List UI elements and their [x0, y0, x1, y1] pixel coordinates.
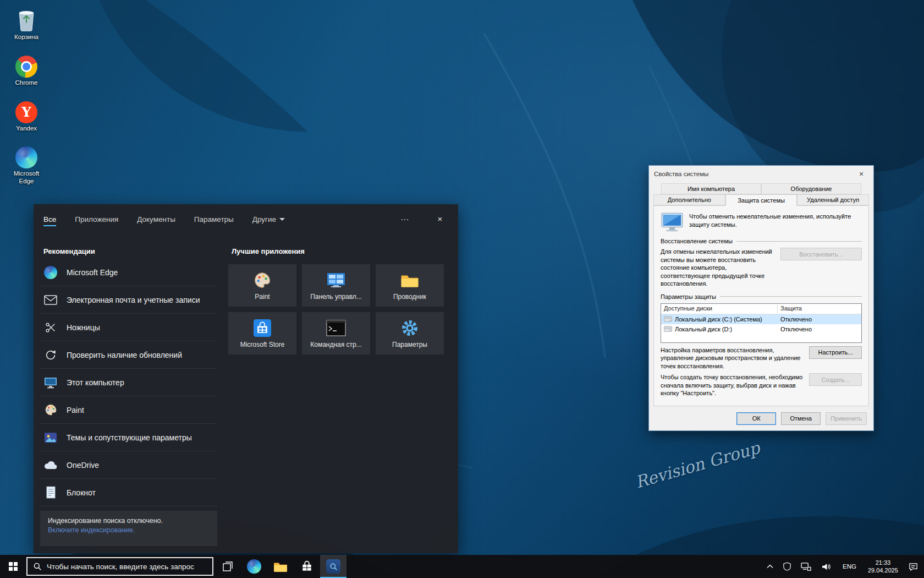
- create-restore-point-button[interactable]: Создать...: [809, 373, 862, 386]
- dialog-footer: ОК Отмена Применить: [649, 406, 873, 430]
- taskbar-clock[interactable]: 21:33 29.04.2025: [864, 559, 903, 575]
- defender-tray-button[interactable]: [779, 555, 795, 578]
- recommendation-label: Темы и сопутствующие параметры: [67, 433, 192, 442]
- section-title: Лучшие приложения: [228, 247, 449, 255]
- tab-system-protection[interactable]: Защита системы: [725, 194, 798, 206]
- taskbar-search-box[interactable]: [26, 557, 213, 576]
- task-view-icon: [223, 561, 233, 571]
- tile-label: Microsoft Store: [240, 341, 285, 348]
- tray-chevron-up-button[interactable]: [763, 555, 777, 578]
- desktop-icon-microsoft-edge[interactable]: Microsoft Edge: [3, 146, 50, 186]
- scissors-icon: [43, 321, 58, 334]
- configure-description: Настройка параметров восстановления, упр…: [661, 346, 809, 370]
- search-icon: [33, 562, 42, 571]
- control-panel-icon: [326, 271, 346, 290]
- cancel-button[interactable]: Отмена: [781, 412, 821, 425]
- windows-logo-icon: [9, 562, 18, 571]
- column-available-disks[interactable]: Доступные диски: [661, 304, 778, 314]
- intro-text: Чтобы отменить нежелательные изменения, …: [689, 211, 854, 229]
- enable-indexing-link[interactable]: Включите индексирование.: [48, 526, 135, 534]
- restore-button[interactable]: Восстановить...: [780, 248, 862, 260]
- search-app-icon: [326, 559, 340, 574]
- dialog-titlebar[interactable]: Свойства системы ×: [649, 166, 873, 182]
- recycle-bin-icon: [15, 8, 37, 32]
- taskbar-edge-button[interactable]: [241, 555, 267, 578]
- desktop-icon-yandex[interactable]: Y Yandex: [3, 101, 50, 133]
- recommendation-this-pc[interactable]: Этот компьютер: [40, 369, 217, 396]
- folder-icon: [273, 560, 288, 572]
- recommendation-onedrive[interactable]: OneDrive: [40, 451, 217, 479]
- drive-row-c[interactable]: Локальный диск (C:) (Система) Отключено: [661, 314, 861, 324]
- dialog-close-button[interactable]: ×: [849, 166, 873, 182]
- drive-status: Отключено: [778, 316, 861, 323]
- tab-all[interactable]: Все: [42, 207, 57, 231]
- dialog-title: Свойства системы: [654, 171, 708, 177]
- top-app-explorer[interactable]: Проводник: [376, 264, 444, 307]
- volume-tray-button[interactable]: [817, 555, 835, 578]
- top-app-command-prompt[interactable]: Командная стр...: [302, 312, 370, 355]
- volume-icon: [821, 563, 832, 571]
- taskbar-explorer-button[interactable]: [267, 555, 294, 578]
- taskbar-search-app-button[interactable]: [320, 555, 346, 578]
- options-overflow-button[interactable]: ···: [395, 209, 414, 228]
- top-app-settings[interactable]: Параметры: [376, 312, 444, 355]
- indexing-notice: Индексирование поиска отключено. Включит…: [40, 511, 217, 546]
- search-input[interactable]: [47, 563, 207, 571]
- store-icon: [254, 319, 271, 337]
- desktop-icon-label: Корзина: [14, 34, 38, 41]
- top-app-store[interactable]: Microsoft Store: [228, 312, 296, 355]
- yandex-icon: Y: [15, 101, 37, 123]
- indexing-notice-text: Индексирование поиска отключено.: [48, 517, 210, 525]
- tab-remote[interactable]: Удаленный доступ: [797, 194, 869, 205]
- recommendation-label: Этот компьютер: [67, 378, 124, 387]
- close-search-button[interactable]: ×: [431, 209, 449, 228]
- close-icon: ×: [438, 214, 443, 223]
- tile-label: Проводник: [393, 293, 426, 301]
- tab-hardware[interactable]: Оборудование: [761, 183, 861, 194]
- top-apps-section: Лучшие приложения Paint Панель управл...…: [228, 247, 449, 355]
- notification-icon: [909, 562, 918, 571]
- desktop-icon-chrome[interactable]: Chrome: [3, 56, 50, 87]
- recommendation-notepad[interactable]: Блокнот: [40, 479, 217, 506]
- start-button[interactable]: [0, 555, 26, 578]
- recommendation-label: Блокнот: [67, 488, 96, 497]
- tile-label: Параметры: [392, 341, 427, 348]
- taskbar: ENG 21:33 29.04.2025: [0, 555, 924, 578]
- system-protection-pane: Чтобы отменить нежелательные изменения, …: [653, 205, 869, 406]
- task-view-button[interactable]: [215, 555, 241, 578]
- group-title: Параметры защиты: [661, 293, 716, 300]
- desktop-icon-label: Chrome: [15, 79, 38, 87]
- tab-documents[interactable]: Документы: [136, 207, 177, 231]
- protected-drives-list[interactable]: Доступные диски Защита Локальный диск (C…: [661, 303, 862, 343]
- network-tray-button[interactable]: [797, 555, 815, 578]
- tab-more[interactable]: Другие: [251, 207, 286, 231]
- folder-icon: [400, 271, 419, 290]
- computer-icon: [43, 377, 58, 389]
- action-center-button[interactable]: [905, 555, 922, 578]
- recommendation-microsoft-edge[interactable]: Microsoft Edge: [40, 259, 217, 286]
- tile-label: Панель управл...: [310, 293, 362, 301]
- recommendation-themes[interactable]: Темы и сопутствующие параметры: [40, 424, 217, 451]
- tab-settings[interactable]: Параметры: [193, 207, 235, 231]
- top-app-control-panel[interactable]: Панель управл...: [302, 264, 370, 307]
- taskbar-store-button[interactable]: [294, 555, 320, 578]
- column-protection[interactable]: Защита: [778, 304, 861, 314]
- dialog-tab-strip: Имя компьютера Оборудование Дополнительн…: [649, 182, 873, 205]
- apply-button[interactable]: Применить: [826, 412, 867, 425]
- recommendation-mail-accounts[interactable]: Электронная почта и учетные записи: [40, 286, 217, 314]
- list-header[interactable]: Доступные диски Защита: [661, 304, 861, 314]
- drive-row-d[interactable]: Локальный диск (D:) Отключено: [661, 324, 861, 334]
- tile-label: Paint: [255, 293, 270, 301]
- tab-computer-name[interactable]: Имя компьютера: [661, 183, 761, 194]
- recommendation-paint[interactable]: Paint: [40, 396, 217, 424]
- desktop-icon-recycle-bin[interactable]: Корзина: [3, 8, 50, 41]
- desktop-icon-label: Yandex: [16, 125, 37, 133]
- recommendation-check-updates[interactable]: Проверить наличие обновлений: [40, 341, 217, 369]
- tab-apps[interactable]: Приложения: [74, 207, 119, 231]
- ok-button[interactable]: ОК: [736, 412, 776, 425]
- tab-advanced[interactable]: Дополнительно: [653, 194, 725, 205]
- language-indicator[interactable]: ENG: [838, 555, 861, 578]
- configure-button[interactable]: Настроить...: [809, 346, 862, 359]
- recommendation-snipping-tool[interactable]: Ножницы: [40, 314, 217, 341]
- top-app-paint[interactable]: Paint: [228, 264, 296, 307]
